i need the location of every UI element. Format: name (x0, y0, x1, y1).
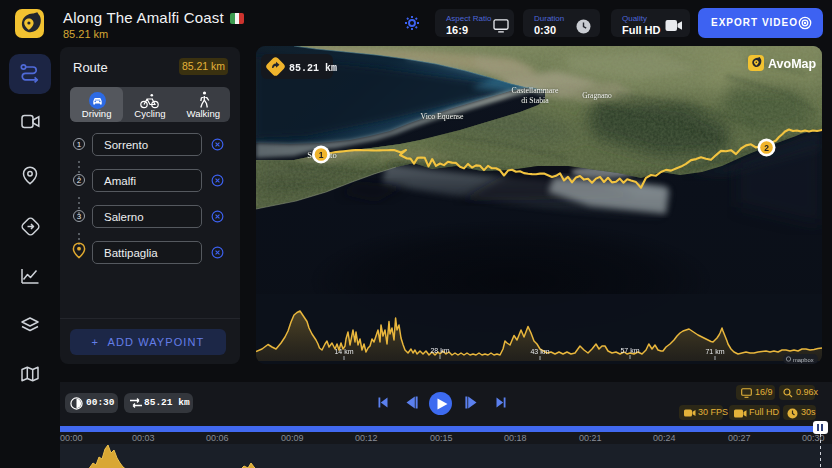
svg-text:AvoMap: AvoMap (768, 57, 817, 71)
svg-text:di Stabia: di Stabia (521, 96, 549, 105)
svg-text:Gragnano: Gragnano (582, 91, 612, 100)
svg-text:14 km: 14 km (334, 348, 353, 355)
svg-text:1: 1 (319, 150, 324, 160)
svg-text:57 km: 57 km (620, 347, 639, 354)
svg-text:28 km: 28 km (430, 347, 449, 354)
svg-text:85.21 km: 85.21 km (289, 63, 337, 74)
svg-text:2: 2 (764, 143, 769, 153)
svg-text:71 km: 71 km (705, 348, 724, 355)
svg-text:mapbox: mapbox (793, 357, 814, 363)
svg-text:Vico Equense: Vico Equense (420, 112, 464, 121)
svg-text:Castellammare: Castellammare (512, 86, 559, 95)
svg-text:43 km: 43 km (530, 348, 549, 355)
